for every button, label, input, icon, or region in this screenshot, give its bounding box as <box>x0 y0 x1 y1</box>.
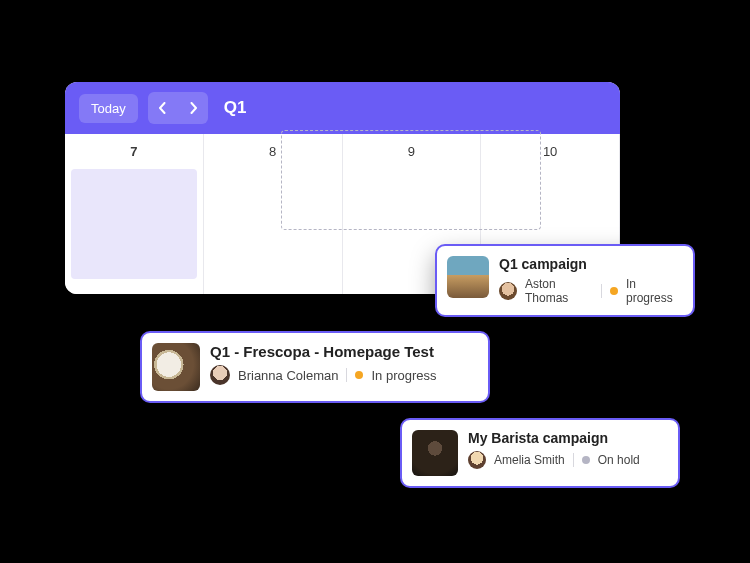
campaign-card-frescopa[interactable]: Q1 - Frescopa - Homepage Test Brianna Co… <box>140 331 490 403</box>
day-body <box>71 169 197 279</box>
calendar-title: Q1 <box>224 98 247 118</box>
separator <box>346 368 347 382</box>
calendar-header: Today Q1 <box>65 82 620 134</box>
calendar-nav <box>148 92 208 124</box>
campaign-card-barista[interactable]: My Barista campaign Amelia Smith On hold <box>400 418 680 488</box>
card-meta: Aston Thomas In progress <box>499 277 679 305</box>
prev-button[interactable] <box>148 92 178 124</box>
card-status: In progress <box>626 277 679 305</box>
avatar <box>499 282 517 300</box>
status-dot-icon <box>355 371 363 379</box>
card-meta: Amelia Smith On hold <box>468 451 640 469</box>
card-meta: Brianna Coleman In progress <box>210 365 437 385</box>
card-owner: Amelia Smith <box>494 453 565 467</box>
separator <box>573 453 574 467</box>
card-body: My Barista campaign Amelia Smith On hold <box>468 430 640 469</box>
campaign-card-q1[interactable]: Q1 campaign Aston Thomas In progress <box>435 244 695 317</box>
card-title: My Barista campaign <box>468 430 640 446</box>
day-number: 7 <box>65 144 203 169</box>
day-column[interactable]: 8 <box>204 134 343 294</box>
day-column[interactable]: 7 <box>65 134 204 294</box>
card-thumbnail <box>152 343 200 391</box>
card-title: Q1 - Frescopa - Homepage Test <box>210 343 437 360</box>
separator <box>601 284 602 298</box>
card-owner: Aston Thomas <box>525 277 593 305</box>
card-status: On hold <box>598 453 640 467</box>
card-body: Q1 - Frescopa - Homepage Test Brianna Co… <box>210 343 437 385</box>
chevron-right-icon <box>188 102 198 114</box>
card-title: Q1 campaign <box>499 256 679 272</box>
day-number: 9 <box>343 144 481 169</box>
card-body: Q1 campaign Aston Thomas In progress <box>499 256 679 305</box>
day-number: 8 <box>204 144 342 169</box>
day-body <box>204 169 342 279</box>
next-button[interactable] <box>178 92 208 124</box>
card-thumbnail <box>412 430 458 476</box>
card-thumbnail <box>447 256 489 298</box>
avatar <box>210 365 230 385</box>
avatar <box>468 451 486 469</box>
chevron-left-icon <box>158 102 168 114</box>
day-number: 10 <box>481 144 619 169</box>
status-dot-icon <box>610 287 618 295</box>
today-button[interactable]: Today <box>79 94 138 123</box>
card-status: In progress <box>371 368 436 383</box>
card-owner: Brianna Coleman <box>238 368 338 383</box>
status-dot-icon <box>582 456 590 464</box>
